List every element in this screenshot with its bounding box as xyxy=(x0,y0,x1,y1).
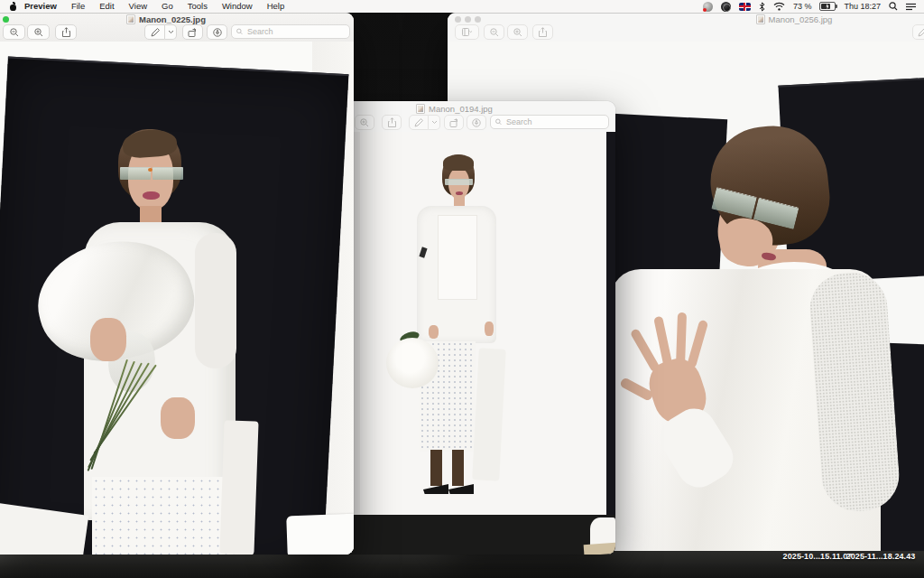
menu-tools[interactable]: Tools xyxy=(180,0,215,13)
apple-menu-icon[interactable] xyxy=(9,3,17,11)
mesh-sleeve xyxy=(808,270,901,513)
model-sock xyxy=(452,450,464,486)
menu-file[interactable]: File xyxy=(64,0,92,13)
view-menu-button[interactable] xyxy=(455,24,479,40)
menu-bar-status: 73 % Thu 18:27 xyxy=(703,2,924,12)
window-title-text: Manon_0194.jpg xyxy=(429,104,493,114)
menu-window[interactable]: Window xyxy=(215,0,260,13)
model-hand xyxy=(485,322,494,336)
zoom-in-button[interactable] xyxy=(507,24,528,40)
zoom-out-button[interactable] xyxy=(484,24,504,40)
search-field[interactable] xyxy=(231,24,350,39)
show-markup-toolbar-button[interactable] xyxy=(207,24,227,40)
share-button[interactable] xyxy=(55,24,77,40)
markup-pencil-button[interactable] xyxy=(409,115,429,130)
model-hand-holding xyxy=(90,318,126,361)
share-button[interactable] xyxy=(532,24,553,40)
window-title-text: Manon_0225.jpg xyxy=(139,14,206,24)
menu-bar: Preview File Edit View Go Tools Window H… xyxy=(0,0,924,13)
window-chrome: Manon_0256.jpg xyxy=(448,13,924,42)
search-field[interactable] xyxy=(490,115,609,129)
document-icon xyxy=(416,104,425,114)
model-glasses xyxy=(445,179,473,185)
model-fringe xyxy=(443,154,474,171)
menubar-app-icon-recording[interactable] xyxy=(703,2,713,12)
menu-edit[interactable]: Edit xyxy=(92,0,121,13)
glasses-lens xyxy=(152,167,183,180)
bluetooth-icon[interactable] xyxy=(759,2,765,12)
zoom-in-button[interactable] xyxy=(355,115,374,130)
beige-floor-wedge xyxy=(584,543,615,555)
window-title-text: Manon_0256.jpg xyxy=(769,14,833,24)
menu-view[interactable]: View xyxy=(122,0,154,13)
zoom-in-button[interactable] xyxy=(27,24,50,40)
share-button[interactable] xyxy=(382,115,402,130)
desktop-file-label[interactable]: 2025-11...18.24.43 xyxy=(837,552,924,561)
model-lips xyxy=(143,191,160,200)
search-input[interactable] xyxy=(245,26,345,37)
rotate-button[interactable] xyxy=(182,24,203,40)
spotlight-search-icon[interactable] xyxy=(889,2,898,11)
model-hand xyxy=(161,397,195,439)
menubar-clock[interactable]: Thu 18:27 xyxy=(844,2,881,11)
white-flower xyxy=(386,338,439,388)
photo-manon-0225 xyxy=(0,42,354,555)
control-center-list-icon[interactable] xyxy=(906,3,916,11)
model-top-bib xyxy=(438,215,477,300)
markup-dropdown-chevron[interactable] xyxy=(429,115,440,130)
markup-dropdown-chevron[interactable] xyxy=(165,24,177,40)
white-board xyxy=(286,514,354,555)
markup-pencil-button[interactable] xyxy=(144,24,165,40)
zoom-out-button[interactable] xyxy=(3,24,25,40)
battery-icon xyxy=(819,2,836,11)
search-input[interactable] xyxy=(504,117,604,127)
app-menu-preview[interactable]: Preview xyxy=(17,0,64,13)
glasses-lens xyxy=(120,167,151,180)
white-drape xyxy=(219,420,258,555)
white-drape xyxy=(472,348,506,480)
battery-percent-label: 73 % xyxy=(793,2,812,11)
rotate-button[interactable] xyxy=(444,115,464,130)
menu-help[interactable]: Help xyxy=(260,0,292,13)
model-lips xyxy=(456,191,463,195)
menu-go[interactable]: Go xyxy=(154,0,180,13)
window-chrome: Manon_0225.jpg xyxy=(0,13,354,42)
preview-window-front[interactable]: Manon_0225.jpg xyxy=(0,13,354,555)
document-icon xyxy=(126,14,135,24)
menubar-app-icon-sphere[interactable] xyxy=(721,2,731,12)
markup-button-group xyxy=(409,115,440,130)
model-hand xyxy=(429,325,439,339)
wifi-icon[interactable] xyxy=(773,2,785,11)
markup-pencil-button[interactable] xyxy=(912,24,924,40)
model-sleeve xyxy=(195,233,236,368)
show-markup-toolbar-button[interactable] xyxy=(467,115,486,130)
document-icon xyxy=(756,14,765,24)
model-sock xyxy=(430,450,442,486)
markup-button-group xyxy=(144,24,177,40)
model-skirt xyxy=(92,477,238,555)
input-source-uk-flag-icon[interactable] xyxy=(739,3,751,11)
black-backdrop-edge xyxy=(606,132,615,555)
glasses-bridge-accent xyxy=(148,168,152,172)
